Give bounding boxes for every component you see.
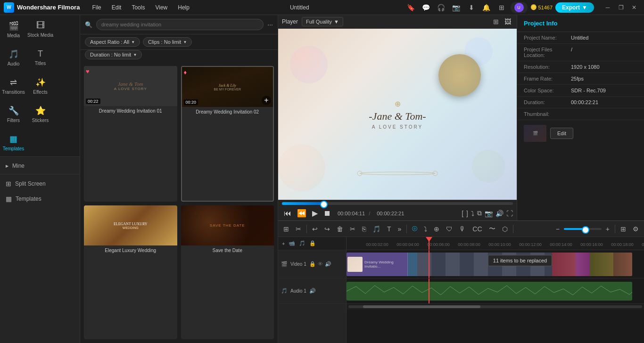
bracket-in-icon[interactable]: [ — [462, 210, 463, 217]
grid-view-icon[interactable]: ⊞ — [491, 17, 501, 26]
zoom-out-button[interactable]: − — [553, 224, 562, 234]
notification-icon[interactable]: 🔔 — [480, 1, 493, 14]
video-lock-button[interactable]: 🔒 — [309, 261, 316, 267]
template-card-savedate[interactable]: SAVE THE DATE Save the Date — [181, 205, 274, 339]
tool-templates[interactable]: ▦ Templates — [0, 128, 27, 156]
undo-button[interactable]: ↩ — [310, 224, 320, 234]
text-button[interactable]: T — [385, 224, 394, 234]
close-button[interactable]: ✕ — [628, 1, 640, 14]
minimize-button[interactable]: ─ — [602, 1, 614, 14]
colorspace-label: Color Space: — [524, 88, 571, 93]
tool-filters[interactable]: 🔧 Filters — [0, 100, 27, 128]
download-icon[interactable]: ⬇ — [465, 1, 478, 14]
sidebar-item-mine[interactable]: ▶ Mine — [0, 160, 80, 172]
scrollbar-thumb[interactable] — [363, 305, 480, 308]
search-input[interactable] — [96, 19, 264, 30]
ripple-edit-button[interactable]: ⤵ — [421, 224, 429, 234]
extra-playback-icons: [ ] ⤵ ⧉ 📷 🔊 ⛶ — [462, 209, 513, 217]
more-options-button[interactable]: ··· — [267, 21, 273, 28]
mask-button[interactable]: 🛡 — [444, 224, 455, 234]
lock-icon[interactable]: 🔒 — [308, 239, 317, 247]
voice-button[interactable]: 🎙 — [457, 224, 468, 234]
edit-menu[interactable]: Edit — [107, 2, 126, 13]
crop-button[interactable]: ✂ — [293, 224, 304, 234]
duration-filter[interactable]: Duration : No limit ▼ — [85, 50, 142, 59]
bracket-out-icon[interactable]: ] — [466, 210, 468, 217]
tool-stickers[interactable]: ⭐ Stickers — [27, 100, 54, 128]
clips-filter[interactable]: Clips : No limit ▼ — [143, 37, 192, 47]
duration-badge-wedding2: 00:20 — [184, 99, 198, 105]
view-menu[interactable]: View — [150, 2, 172, 13]
clip-export-icon[interactable]: ⤵ — [471, 210, 474, 217]
redo-button[interactable]: ↪ — [322, 224, 332, 234]
tool-transitions[interactable]: ⇌ Transitions — [0, 72, 27, 100]
audio-clip[interactable] — [347, 282, 632, 301]
more-tools-button[interactable]: » — [396, 224, 404, 234]
settings-button[interactable]: ⚙ — [630, 224, 641, 234]
apps-icon[interactable]: ⊞ — [495, 1, 508, 14]
scene-detect-button[interactable]: ⊞ — [281, 224, 291, 234]
template-thumb-wedding1: Jane & Tom A LOVE STORY ♥ 00:22 — [84, 66, 177, 106]
headset-icon[interactable]: 🎧 — [435, 1, 447, 14]
screenshot-icon[interactable]: 📷 — [485, 210, 493, 217]
stop-button[interactable]: ⏹ — [322, 208, 333, 219]
template-card-elegant[interactable]: ELEGANT LUXURY WEDDING Elegant Luxury We… — [84, 205, 177, 339]
copy-button[interactable]: ⎘ — [360, 224, 368, 234]
file-menu[interactable]: File — [87, 2, 106, 13]
duration-badge-wedding1: 00:22 — [86, 98, 100, 104]
ruler-label-16s: 00:00:16:00 — [580, 242, 603, 247]
help-menu[interactable]: Help — [173, 2, 194, 13]
camera-icon[interactable]: 📷 — [450, 1, 462, 14]
audio-detach-button[interactable]: 🎵 — [370, 224, 383, 234]
volume-icon[interactable]: 🔊 — [495, 210, 504, 217]
frame-back-button[interactable]: ⏪ — [295, 208, 308, 219]
video-hide-button[interactable]: 👁 — [318, 261, 323, 267]
video-volume-button[interactable]: 🔊 — [325, 261, 331, 267]
maximize-button[interactable]: ❐ — [615, 1, 627, 14]
image-view-icon[interactable]: 🖼 — [503, 17, 513, 26]
split-audio-button[interactable]: ⊕ — [431, 224, 442, 234]
highlight-button[interactable]: ⬡ — [500, 224, 510, 234]
edit-thumbnail-button[interactable]: Edit — [550, 128, 573, 139]
tool-stock-media[interactable]: 🎞 Stock Media — [27, 15, 54, 43]
pip-icon[interactable]: ⧉ — [477, 209, 482, 217]
tools-menu[interactable]: Tools — [127, 2, 149, 13]
template-card-wedding1[interactable]: Jane & Tom A LOVE STORY ♥ 00:22 Dreamy W… — [84, 66, 177, 202]
floral-decoration — [350, 164, 445, 183]
motion-tracking-button[interactable]: ⦾ — [410, 223, 420, 234]
tool-audio[interactable]: 🎵 Audio — [0, 43, 27, 72]
bookmark-icon[interactable]: 🔖 — [405, 1, 417, 14]
tool-effects[interactable]: ✨ Effects — [27, 72, 54, 100]
progress-bar[interactable] — [282, 202, 513, 205]
sidebar-item-split-screen[interactable]: ⊞ Split Screen — [0, 176, 80, 191]
skip-back-button[interactable]: ⏮ — [282, 208, 293, 219]
delete-button[interactable]: 🗑 — [334, 224, 346, 234]
export-button[interactable]: Export ▼ — [555, 2, 594, 13]
user-area: U — [511, 2, 528, 13]
ruler-label-2s: 00:00:02:00 — [366, 242, 388, 247]
tool-titles[interactable]: T Titles — [27, 43, 54, 72]
video-clip[interactable]: Dreamy Wedding Invitatio... — [347, 253, 632, 276]
tool-media[interactable]: 🎬 Media — [0, 15, 27, 43]
caption-button[interactable]: CC — [470, 224, 484, 234]
audio-track-icon[interactable]: 🎵 — [298, 239, 306, 247]
video-track-icon[interactable]: 📹 — [288, 239, 296, 247]
quality-select[interactable]: Full Quality ▼ — [302, 17, 343, 26]
current-time: 00:00:04:11 — [338, 211, 365, 216]
playhead-marker — [426, 237, 432, 242]
aspect-ratio-filter[interactable]: Aspect Ratio : All ▼ — [85, 37, 140, 47]
template-card-wedding2[interactable]: Jack & Lily BE MY FOREVER ♦ 00:20 + Drea… — [181, 66, 274, 202]
play-button[interactable]: ▶ — [310, 208, 320, 219]
zoom-slider[interactable] — [564, 228, 602, 230]
cut-button[interactable]: ✂ — [347, 224, 358, 234]
add-icon-wedding2[interactable]: + — [262, 96, 271, 105]
audio-volume-btn[interactable]: 🔊 — [309, 288, 316, 294]
audio-wave-button[interactable]: 〜 — [487, 223, 498, 235]
fullscreen-icon[interactable]: ⛶ — [506, 210, 513, 217]
sidebar-item-templates[interactable]: ▦ Templates — [0, 191, 80, 206]
zoom-in-button[interactable]: + — [603, 224, 612, 234]
add-track-icon[interactable]: + — [281, 240, 286, 247]
layout-button[interactable]: ⊞ — [618, 224, 628, 234]
thumbnail-area: 🎬 Edit — [517, 120, 644, 147]
chat-icon[interactable]: 💬 — [420, 1, 432, 14]
